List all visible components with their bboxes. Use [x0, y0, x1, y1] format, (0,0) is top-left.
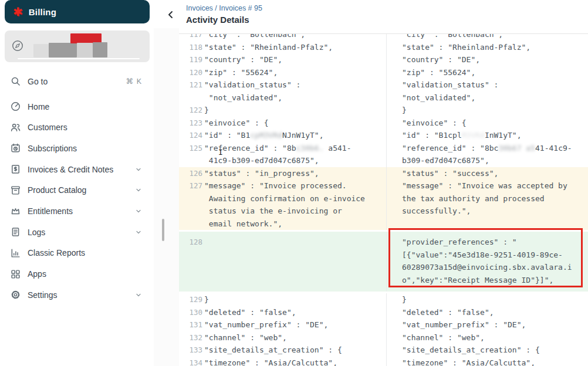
code-line: }	[204, 104, 386, 117]
diff-old-cell: 123"einvoice" : {	[179, 117, 387, 130]
code-line: o","key":"Receipt Message ID"}]",	[402, 274, 588, 287]
code-line: "id" : "B1cplM3VRdInW1yT",	[402, 129, 588, 142]
redacted-block	[33, 44, 49, 57]
logs-icon	[11, 227, 21, 237]
sidebar-item-logs[interactable]: Logs	[0, 222, 154, 243]
sidebar-item-apps[interactable]: Apps	[0, 263, 154, 284]
code-line: }	[402, 104, 588, 117]
line-number: 132	[179, 331, 204, 344]
line-number: 117	[179, 33, 204, 41]
activity-diff-panel: 117"city" : "Bollenbach","city" : "Bolle…	[179, 33, 588, 366]
diff-row-118: 118"state" : "Rheinland-Pfalz","state" :…	[179, 41, 588, 54]
diff-old-cell: 127"message" : "Invoice processed. Await…	[179, 179, 387, 230]
sidebar-menu: Go to⌘ KHomeCustomersSubscriptionsInvoic…	[0, 71, 154, 306]
panel-gutter	[154, 28, 179, 366]
diff-old-cell: 122}	[179, 104, 387, 117]
diff-old-cell: 124"id" : "B1cpM3VRdNJnW1yT",	[179, 129, 387, 142]
redacted-block	[49, 43, 77, 57]
code-line: "channel" : "web",	[204, 331, 386, 344]
diff-new-cell: "timezone" : "Asia/Calcutta",	[387, 357, 588, 366]
diff-row-132: 132"channel" : "web","channel" : "web",	[179, 331, 588, 344]
sidebar-item-label: Product Catalog	[28, 185, 135, 195]
diff-old-cell: 133"site_details_at_creation" : {	[179, 344, 387, 357]
code-line: "site_details_at_creation" : {	[204, 344, 386, 357]
code-line: "not_validated",	[402, 92, 588, 104]
subscriptions-icon	[11, 143, 21, 153]
code-line: "vat_number_prefix" : "DE",	[204, 318, 386, 331]
invoices-icon	[11, 164, 21, 174]
line-number: 127	[179, 179, 204, 230]
diff-row-128: 128"provider_references" : "[{"value":"4…	[179, 232, 588, 292]
diff-row-127: 127"message" : "Invoice processed. Await…	[179, 179, 588, 230]
sidebar-item-go-to[interactable]: Go to⌘ K	[0, 71, 154, 92]
page-title: Activity Details	[186, 15, 249, 25]
code-line: 41c9-b309-ed7d047c6875",	[204, 154, 386, 167]
vertical-scrollbar[interactable]	[162, 219, 164, 241]
code-line: "state" : "Rheinland-Pfalz",	[402, 41, 588, 54]
chevron-down-icon	[135, 229, 142, 236]
sidebar-item-product-catalog[interactable]: Product Catalog	[0, 179, 154, 201]
redacted-text: M3VRd	[462, 131, 485, 140]
diff-new-cell: "einvoice" : {	[387, 117, 588, 130]
code-line: "reference_id" : "8bc30b67 a541-41c9-	[402, 142, 588, 155]
line-number: 125	[179, 142, 204, 167]
diff-new-cell: "validation_status" :"not_validated",	[387, 79, 588, 104]
code-line: "status" : "success",	[402, 167, 588, 180]
diff-row-129: 129}}	[179, 293, 588, 306]
sidebar-item-label: Home	[28, 102, 142, 111]
code-line: Awaiting confirmation on e-invoice	[204, 192, 386, 205]
apps-icon	[11, 269, 21, 279]
compass-icon	[11, 39, 24, 52]
code-line: "provider_references" : "	[402, 236, 588, 249]
breadcrumb[interactable]: Invoices / Invoices # 95	[186, 4, 262, 12]
code-line: "validation_status" :	[402, 79, 588, 92]
code-line: "country" : "DE",	[204, 53, 386, 66]
diff-old-cell: 129}	[179, 293, 387, 306]
code-line: "zip" : "55624",	[204, 66, 386, 79]
diff-new-cell: "status" : "success",	[387, 167, 588, 180]
sidebar-item-classic-reports[interactable]: Classic Reports	[0, 243, 154, 264]
brand-header[interactable]: ✱ Billing	[5, 0, 150, 23]
diff-new-cell: "vat_number_prefix" : "DE",	[387, 318, 588, 331]
code-line: "site_details_at_creation" : {	[402, 344, 588, 357]
sidebar-item-settings[interactable]: Settings	[0, 284, 154, 306]
diff-new-cell: "zip" : "55624",	[387, 66, 588, 79]
code-line: "validation_status" :	[204, 79, 386, 92]
code-line: "reference_id" : "8bc30b6. a541-	[204, 142, 386, 155]
sidebar-item-entitlements[interactable]: Entitlements	[0, 201, 154, 222]
line-number: 120	[179, 66, 204, 79]
code-line: "vat_number_prefix" : "DE",	[402, 318, 588, 331]
code-line: successfully.",	[402, 205, 588, 218]
chargebee-logo-icon: ✱	[13, 6, 23, 18]
chevron-down-icon	[135, 166, 142, 173]
diff-new-cell: "id" : "B1cplM3VRdInW1yT",	[387, 129, 588, 142]
diff-new-cell: "channel" : "web",	[387, 331, 588, 344]
catalog-icon	[11, 185, 21, 195]
sidebar-item-subscriptions[interactable]: Subscriptions	[0, 138, 154, 159]
sidebar-item-label: Subscriptions	[28, 144, 142, 153]
sidebar-item-label: Apps	[28, 269, 142, 279]
site-switcher[interactable]	[5, 30, 150, 62]
line-number: 133	[179, 344, 204, 357]
diff-row-121: 121"validation_status" : "not_validated"…	[179, 79, 588, 104]
chevron-left-icon	[166, 10, 175, 19]
line-number: 123	[179, 117, 204, 130]
diff-row-134: 134"timezone" : "Asia/Calcutta","timezon…	[179, 357, 588, 366]
sidebar-item-label: Settings	[28, 290, 135, 300]
redacted-text: 30b67 a5	[498, 144, 535, 152]
back-button[interactable]	[166, 10, 177, 21]
code-line: "einvoice" : {	[204, 117, 386, 130]
sidebar-item-invoices-credit-notes[interactable]: Invoices & Credit Notes	[0, 159, 154, 180]
divider-line	[18, 58, 140, 59]
diff-old-cell: 121"validation_status" : "not_validated"…	[179, 79, 387, 104]
diff-new-cell: "state" : "Rheinland-Pfalz",	[387, 41, 588, 54]
line-number: 119	[179, 53, 204, 66]
diff-old-cell: 132"channel" : "web",	[179, 331, 387, 344]
sidebar-item-home[interactable]: Home	[0, 96, 154, 117]
sidebar-item-customers[interactable]: Customers	[0, 117, 154, 138]
code-line: 60289073a15d@einvoicing.sbx.avalara.i	[402, 261, 588, 274]
redacted-text: c30b6.	[296, 144, 324, 152]
diff-new-cell: "message" : "Invoice was accepted bythe …	[387, 179, 588, 230]
diff-old-cell: 117"city" : "Bollenbach",	[179, 33, 387, 41]
line-number: 134	[179, 357, 204, 366]
